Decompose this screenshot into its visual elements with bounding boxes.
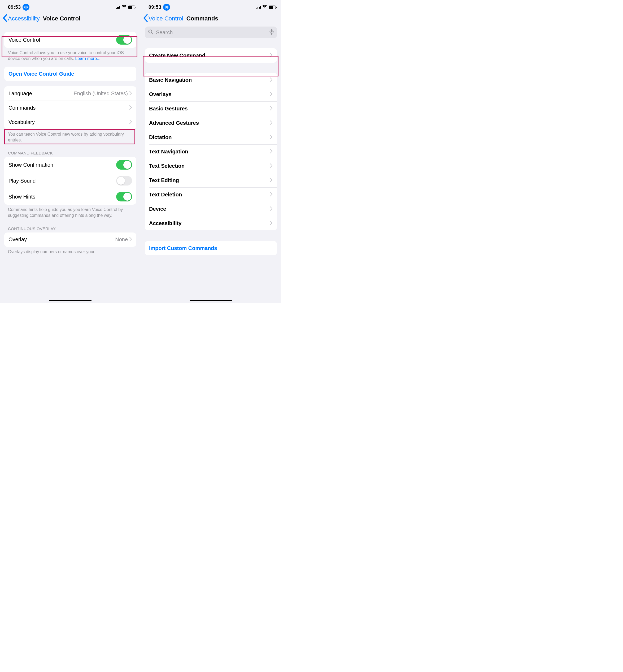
chevron-right-icon <box>270 120 273 126</box>
category-row[interactable]: Dictation <box>145 130 277 144</box>
show-confirmation-toggle[interactable] <box>116 160 132 170</box>
row-value: None <box>115 236 128 243</box>
nav-bar: Voice Control Commands <box>141 13 281 26</box>
back-chevron-icon[interactable] <box>143 14 148 23</box>
row-label: Show Confirmation <box>8 162 116 168</box>
category-row[interactable]: Overlays <box>145 87 277 102</box>
command-feedback-header: Command Feedback <box>0 143 141 157</box>
create-command-group: Create New Command <box>145 48 277 63</box>
guide-group: Open Voice Control Guide <box>4 66 136 81</box>
dictation-icon[interactable] <box>269 29 274 36</box>
status-bar: 09:53 <box>0 0 141 13</box>
row-label: Text Editing <box>149 177 270 184</box>
chevron-right-icon <box>129 119 132 125</box>
play-sound-toggle[interactable] <box>116 176 132 186</box>
voice-control-toggle-row[interactable]: Voice Control <box>4 32 136 48</box>
row-label: Language <box>8 90 73 96</box>
chevron-right-icon <box>270 53 273 59</box>
overlay-row[interactable]: Overlay None <box>4 232 136 247</box>
battery-icon <box>128 6 135 9</box>
home-indicator <box>190 300 232 301</box>
continuous-overlay-header: Continuous Overlay <box>0 218 141 232</box>
voice-control-description: Voice Control allows you to use your voi… <box>0 48 141 61</box>
category-row[interactable]: Basic Gestures <box>145 102 277 116</box>
row-label: Open Voice Control Guide <box>8 71 132 77</box>
back-button[interactable]: Accessibility <box>8 15 40 22</box>
wifi-icon <box>122 5 126 9</box>
category-row[interactable]: Basic Navigation <box>145 73 277 87</box>
overlay-group: Overlay None <box>4 232 136 247</box>
chevron-right-icon <box>270 206 273 212</box>
chevron-right-icon <box>129 236 132 243</box>
chevron-right-icon <box>270 91 273 97</box>
chevron-right-icon <box>129 105 132 111</box>
row-label: Text Navigation <box>149 149 270 155</box>
page-title: Commands <box>186 15 218 22</box>
row-label: Text Deletion <box>149 192 270 198</box>
voice-control-toggle[interactable] <box>116 35 132 45</box>
clock: 09:53 <box>149 4 161 10</box>
config-group: Language English (United States) Command… <box>4 86 136 129</box>
search-input[interactable] <box>156 29 267 35</box>
hints-footer: Command hints help guide you as you lear… <box>0 205 141 218</box>
import-group: Import Custom Commands <box>145 241 277 255</box>
cellular-signal-icon <box>116 6 120 9</box>
language-row[interactable]: Language English (United States) <box>4 86 136 101</box>
row-label: Basic Gestures <box>149 106 270 112</box>
commands-screen: 09:53 Voice Control Commands Create New … <box>141 0 281 303</box>
back-chevron-icon[interactable] <box>3 14 7 23</box>
category-row[interactable]: Text Editing <box>145 173 277 187</box>
row-label: Play Sound <box>8 178 116 184</box>
category-row[interactable]: Text Deletion <box>145 187 277 202</box>
command-feedback-group: Show Confirmation Play Sound Show Hints <box>4 157 136 205</box>
row-label: Vocabulary <box>8 119 129 125</box>
show-hints-toggle[interactable] <box>116 192 132 201</box>
category-row[interactable]: Device <box>145 202 277 216</box>
page-title: Voice Control <box>43 15 80 22</box>
nav-bar: Accessibility Voice Control <box>0 13 141 26</box>
chevron-right-icon <box>270 149 273 155</box>
row-label: Overlay <box>8 236 115 243</box>
chevron-right-icon <box>270 134 273 140</box>
category-row[interactable]: Text Navigation <box>145 144 277 159</box>
chevron-right-icon <box>270 177 273 184</box>
overlay-footer: Overlays display numbers or names over y… <box>0 247 141 260</box>
clock: 09:53 <box>8 4 21 10</box>
row-label: Overlays <box>149 91 270 97</box>
vocab-footer: You can teach Voice Control new words by… <box>0 129 141 143</box>
category-row[interactable]: Text Selection <box>145 159 277 173</box>
battery-icon <box>269 6 276 9</box>
category-row[interactable]: Accessibility <box>145 216 277 230</box>
open-guide-button[interactable]: Open Voice Control Guide <box>4 66 136 81</box>
voice-control-status-icon <box>23 4 29 10</box>
vocabulary-row[interactable]: Vocabulary <box>4 115 136 129</box>
command-categories-group: Basic NavigationOverlaysBasic GesturesAd… <box>145 73 277 230</box>
create-new-command-button[interactable]: Create New Command <box>145 48 277 63</box>
category-row[interactable]: Advanced Gestures <box>145 116 277 130</box>
row-label: Basic Navigation <box>149 77 270 83</box>
row-label: Device <box>149 206 270 212</box>
row-label: Dictation <box>149 134 270 140</box>
search-icon <box>148 29 153 35</box>
chevron-right-icon <box>270 106 273 112</box>
show-confirmation-row[interactable]: Show Confirmation <box>4 157 136 173</box>
wifi-icon <box>262 5 267 9</box>
chevron-right-icon <box>270 220 273 226</box>
import-custom-commands-button[interactable]: Import Custom Commands <box>145 241 277 255</box>
row-value: English (United States) <box>73 90 128 96</box>
learn-more-link[interactable]: Learn more... <box>75 56 100 61</box>
back-button[interactable]: Voice Control <box>149 15 183 22</box>
cellular-signal-icon <box>257 6 261 9</box>
chevron-right-icon <box>270 163 273 169</box>
commands-row[interactable]: Commands <box>4 101 136 115</box>
chevron-right-icon <box>270 77 273 83</box>
home-indicator <box>49 300 91 301</box>
voice-control-master-group: Voice Control <box>4 32 136 48</box>
show-hints-row[interactable]: Show Hints <box>4 189 136 205</box>
row-label: Advanced Gestures <box>149 120 270 126</box>
row-label: Commands <box>8 105 129 111</box>
search-field[interactable] <box>145 27 277 38</box>
chevron-right-icon <box>270 192 273 198</box>
status-bar: 09:53 <box>141 0 281 13</box>
play-sound-row[interactable]: Play Sound <box>4 173 136 189</box>
